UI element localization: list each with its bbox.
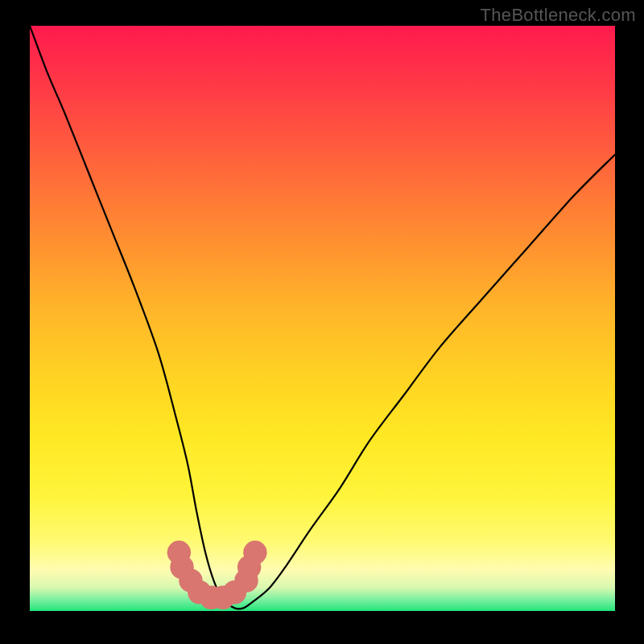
dot-valley-3 — [211, 586, 234, 609]
dot-valley-1 — [188, 580, 211, 604]
dot-left-joint — [179, 568, 202, 592]
dot-right-joint — [234, 568, 258, 592]
dot-valley-4 — [223, 580, 246, 604]
watermark-text: TheBottleneck.com — [481, 5, 636, 26]
plot-area — [30, 26, 615, 611]
chart-svg — [30, 26, 615, 611]
dot-valley-2 — [200, 586, 223, 609]
bottleneck-curve — [30, 26, 615, 609]
dot-right-lower — [237, 555, 261, 579]
dot-right-upper — [243, 541, 266, 564]
dot-left-lower — [170, 555, 193, 579]
dot-left-upper — [167, 541, 191, 564]
curve-markers — [167, 541, 267, 609]
chart-frame: TheBottleneck.com — [0, 0, 644, 644]
